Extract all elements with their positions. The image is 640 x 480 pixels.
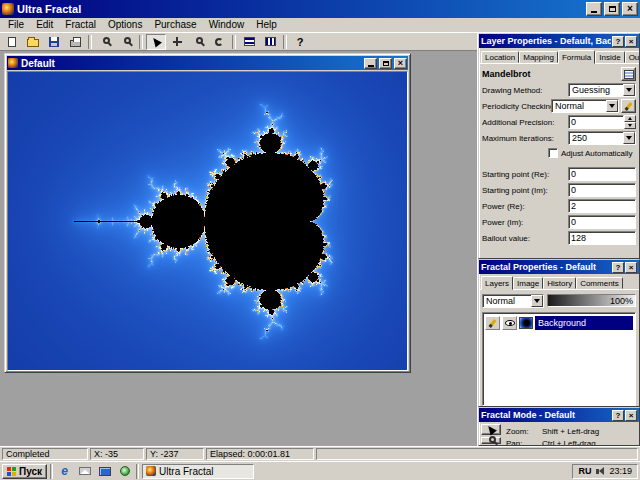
fractal-minimize-button[interactable]	[364, 58, 377, 69]
spin-up-button[interactable]	[624, 115, 636, 122]
tile-vertical-button[interactable]	[260, 34, 280, 50]
normal-mode-button[interactable]	[481, 424, 501, 435]
fractal-mode-caption[interactable]: Fractal Mode - Default ? ×	[479, 408, 639, 422]
quicklaunch-ie-button[interactable]: e	[56, 464, 73, 479]
fractal-window-title: Default	[21, 58, 362, 69]
tile-horizontal-button[interactable]	[239, 34, 259, 50]
ultra-fractal-task-button[interactable]: Ultra Fractal	[142, 464, 254, 479]
start-im-field[interactable]	[568, 183, 636, 197]
menu-window[interactable]: Window	[203, 18, 251, 32]
tab-formula[interactable]: Formula	[558, 50, 595, 64]
taskbar-clock[interactable]: 23:19	[609, 466, 632, 476]
cursor-y: Y: -237	[146, 448, 204, 460]
start-button[interactable]: Пуск	[2, 464, 47, 479]
panel-help-button[interactable]: ?	[612, 410, 624, 421]
adjust-automatically-checkbox[interactable]	[548, 148, 558, 158]
quicklaunch-mail-button[interactable]	[76, 464, 93, 479]
toolbar-separator	[283, 35, 287, 49]
start-re-field[interactable]	[568, 167, 636, 181]
fractal-mode-body: Zoom: Shift + Left-drag Pan: Ctrl + Left…	[479, 422, 639, 445]
title-bar[interactable]: Ultra Fractal ×	[0, 0, 640, 18]
merge-mode-select[interactable]: Normal	[482, 294, 544, 308]
pan-label: Pan:	[506, 439, 542, 446]
precision-input[interactable]	[568, 115, 624, 129]
panel-help-button[interactable]: ?	[612, 262, 624, 273]
start-re-label: Starting point (Re):	[482, 170, 568, 179]
window-title: Ultra Fractal	[17, 3, 584, 15]
max-iterations-select[interactable]: 250	[568, 131, 636, 145]
save-button[interactable]	[44, 34, 64, 50]
power-re-field[interactable]	[568, 199, 636, 213]
tab-history[interactable]: History	[543, 277, 576, 289]
tab-mapping[interactable]: Mapping	[519, 51, 558, 63]
panel-close-button[interactable]: ×	[625, 36, 637, 47]
dropdown-button[interactable]	[531, 295, 543, 307]
language-indicator[interactable]: RU	[578, 466, 591, 476]
status-filler	[316, 448, 638, 460]
menu-options[interactable]: Options	[102, 18, 148, 32]
fractal-properties-caption[interactable]: Fractal Properties - Default ? ×	[479, 260, 639, 274]
help-button[interactable]: ?	[290, 34, 310, 50]
menu-help[interactable]: Help	[250, 18, 283, 32]
fractal-close-button[interactable]: ×	[394, 58, 407, 69]
layer-properties-caption[interactable]: Layer Properties - Default, Background ?…	[479, 34, 639, 48]
print-button[interactable]	[65, 34, 85, 50]
drawing-method-select[interactable]: Guessing	[568, 83, 636, 97]
tab-location[interactable]: Location	[481, 51, 519, 63]
layer-row[interactable]: Background	[485, 315, 633, 331]
panel-close-button[interactable]: ×	[625, 410, 637, 421]
tab-outside[interactable]: Outside	[625, 51, 640, 63]
quicklaunch-desktop-button[interactable]	[96, 464, 113, 479]
opacity-value: 100%	[610, 296, 633, 306]
max-iterations-label: Maximum Iterations:	[482, 134, 568, 143]
layer-thumbnail	[519, 317, 533, 329]
printer-icon	[70, 40, 81, 47]
mandelbrot-fractal-canvas[interactable]	[8, 72, 407, 370]
fractal-properties-tabs: Layers Image History Comments	[479, 274, 639, 289]
zoom-out-button[interactable]	[116, 34, 136, 50]
dropdown-button[interactable]	[623, 84, 635, 96]
layer-visible-toggle[interactable]	[502, 316, 517, 330]
panel-close-button[interactable]: ×	[625, 262, 637, 273]
zoom-mode-button[interactable]	[188, 34, 208, 50]
menu-purchase[interactable]: Purchase	[148, 18, 202, 32]
fractal-mode-title: Fractal Mode - Default	[481, 410, 611, 420]
menu-edit[interactable]: Edit	[30, 18, 59, 32]
open-button[interactable]	[23, 34, 43, 50]
bailout-field[interactable]	[568, 231, 636, 245]
minimize-button[interactable]	[586, 2, 602, 16]
tab-layers[interactable]: Layers	[481, 276, 513, 290]
zoom-shortcut: Shift + Left-drag	[542, 427, 599, 436]
workspace: Default ×	[0, 51, 477, 446]
tab-inside[interactable]: Inside	[595, 51, 624, 63]
pan-mode-button[interactable]	[167, 34, 187, 50]
tab-comments[interactable]: Comments	[576, 277, 623, 289]
close-button[interactable]: ×	[622, 2, 638, 16]
layer-editable-toggle[interactable]	[485, 316, 500, 330]
switch-mode-button[interactable]	[481, 437, 501, 444]
rotate-mode-button[interactable]	[209, 34, 229, 50]
browse-formula-button[interactable]	[621, 67, 636, 81]
menu-file[interactable]: File	[2, 18, 30, 32]
periodicity-select[interactable]: Normal	[551, 99, 619, 113]
menu-fractal[interactable]: Fractal	[59, 18, 102, 32]
panel-help-button[interactable]: ?	[612, 36, 624, 47]
spin-down-button[interactable]	[624, 122, 636, 129]
fractal-window-title-bar[interactable]: Default ×	[7, 56, 408, 70]
fractal-restore-button[interactable]	[379, 58, 392, 69]
volume-icon[interactable]	[596, 467, 604, 475]
zoom-in-button[interactable]	[95, 34, 115, 50]
tab-image[interactable]: Image	[513, 277, 543, 289]
fractal-mode-panel: Fractal Mode - Default ? × Zoom: Shift +…	[478, 407, 640, 446]
rotate-icon	[215, 38, 223, 46]
power-im-field[interactable]	[568, 215, 636, 229]
formula-browser-icon	[624, 70, 634, 79]
dropdown-button[interactable]	[623, 132, 635, 144]
new-button[interactable]	[2, 34, 22, 50]
opacity-slider[interactable]: 100%	[547, 294, 636, 307]
quicklaunch-media-button[interactable]	[116, 464, 133, 479]
maximize-button[interactable]	[604, 2, 620, 16]
edit-formula-button[interactable]	[621, 99, 636, 113]
select-mode-button[interactable]	[146, 34, 166, 50]
dropdown-button[interactable]	[606, 100, 618, 112]
